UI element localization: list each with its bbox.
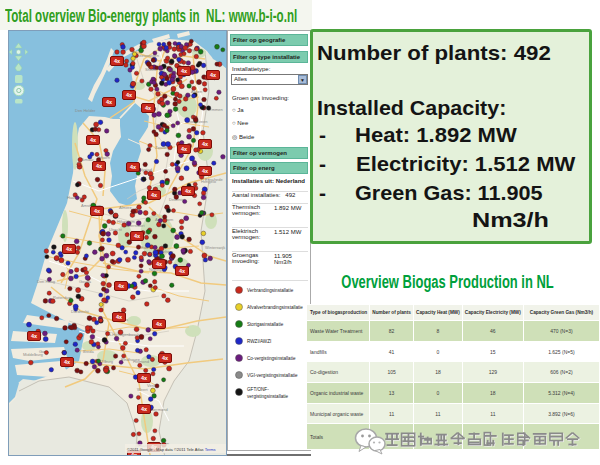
- svg-text:4x: 4x: [202, 141, 209, 147]
- svg-text:4x: 4x: [90, 137, 97, 143]
- svg-text:4x: 4x: [96, 163, 103, 169]
- svg-text:4x: 4x: [134, 233, 141, 239]
- svg-text:4x: 4x: [179, 268, 186, 274]
- svg-text:4x: 4x: [156, 261, 163, 267]
- svg-text:4x: 4x: [114, 58, 121, 64]
- svg-text:4x: 4x: [151, 192, 158, 198]
- svg-text:4x: 4x: [202, 168, 209, 174]
- svg-text:s-Hertogenbosch: s-Hertogenbosch: [109, 332, 139, 337]
- svg-text:Stortgasinstallatie: Stortgasinstallatie: [247, 322, 284, 327]
- svg-text:Co-vergistingsinstallatie: Co-vergistingsinstallatie: [247, 356, 296, 361]
- svg-text:4x: 4x: [141, 375, 148, 381]
- svg-text:Emmen: Emmen: [209, 107, 223, 112]
- svg-text:4x: 4x: [162, 355, 169, 361]
- svg-text:4x: 4x: [210, 72, 217, 78]
- svg-text:4x: 4x: [106, 99, 113, 105]
- svg-text:4x: 4x: [31, 333, 38, 339]
- svg-text:VGI-vergistingsinstallatie: VGI-vergistingsinstallatie: [247, 373, 298, 378]
- svg-text:Hengelo: Hengelo: [201, 179, 217, 184]
- svg-text:vergistingsinstallatie: vergistingsinstallatie: [247, 394, 289, 399]
- svg-text:4x: 4x: [64, 359, 71, 365]
- svg-text:4x: 4x: [181, 68, 188, 74]
- svg-text:4x: 4x: [130, 164, 137, 170]
- svg-text:Breda: Breda: [83, 349, 94, 354]
- svg-text:4x: 4x: [185, 188, 192, 194]
- svg-text:4x: 4x: [181, 146, 188, 152]
- svg-text:©2011 Google - Map data ©2011: ©2011 Google - Map data ©2011 Tele Atlas…: [127, 447, 216, 452]
- svg-text:4x: 4x: [118, 283, 125, 289]
- svg-text:Afvalverbrandingsinstallatie: Afvalverbrandingsinstallatie: [247, 305, 303, 310]
- svg-text:Winterswijk: Winterswijk: [205, 245, 225, 250]
- svg-text:RWZI/AWZI: RWZI/AWZI: [247, 339, 271, 344]
- svg-text:4x: 4x: [94, 208, 101, 214]
- svg-text:GFT/ONF-: GFT/ONF-: [247, 387, 269, 392]
- svg-text:4x: 4x: [156, 321, 163, 327]
- svg-text:4x: 4x: [141, 406, 148, 412]
- svg-text:Almere: Almere: [119, 205, 132, 210]
- svg-text:4x: 4x: [126, 92, 133, 98]
- svg-text:Helmond: Helmond: [133, 359, 149, 364]
- svg-text:Weert: Weert: [137, 387, 148, 392]
- svg-text:Verbrandingsinstallatie: Verbrandingsinstallatie: [247, 288, 294, 293]
- svg-text:Den Helder: Den Helder: [75, 108, 96, 113]
- svg-text:4x: 4x: [66, 246, 73, 252]
- svg-text:4x: 4x: [145, 105, 152, 111]
- svg-text:4x: 4x: [116, 314, 123, 320]
- svg-text:Tilburg: Tilburg: [101, 359, 113, 364]
- svg-text:Den Haag: Den Haag: [37, 279, 55, 284]
